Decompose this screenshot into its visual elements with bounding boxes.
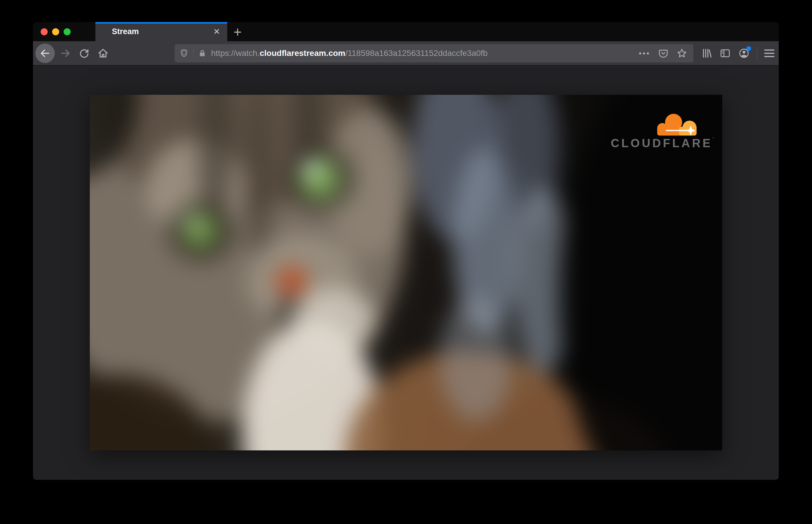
menu-button[interactable] — [764, 49, 774, 57]
sidebar-icon[interactable] — [719, 47, 731, 59]
window-controls — [40, 22, 71, 41]
tab-title: Stream — [112, 27, 139, 36]
menu-icon — [764, 49, 774, 51]
shield-icon[interactable] — [179, 49, 189, 58]
toolbar-separator — [757, 48, 757, 59]
tab-stream[interactable]: Stream ✕ — [95, 22, 227, 41]
back-button[interactable] — [35, 44, 55, 63]
page-viewport: CLOUDFLARE’ — [33, 65, 779, 479]
browser-window: Stream ✕ + — [33, 22, 779, 480]
bookmark-star-icon[interactable] — [676, 48, 687, 59]
window-close-button[interactable] — [40, 28, 48, 35]
tab-bar: Stream ✕ + — [33, 22, 779, 41]
forward-icon — [60, 48, 71, 59]
toolbar-right — [693, 47, 774, 60]
url-path: /118598a163a125631152ddaccfe3a0fb — [345, 49, 488, 58]
url-bar[interactable]: https://watch.cloudflarestream.com/11859… — [175, 44, 693, 62]
video-player[interactable]: CLOUDFLARE’ — [90, 95, 722, 451]
page-actions-icon[interactable]: ••• — [639, 49, 650, 57]
active-tab-indicator — [95, 22, 227, 23]
lock-icon[interactable] — [198, 49, 207, 58]
pocket-icon[interactable] — [658, 48, 669, 59]
url-scheme-subdomain: https://watch. — [211, 49, 260, 58]
trademark-mark: ’ — [713, 136, 714, 142]
window-minimize-button[interactable] — [52, 28, 59, 35]
window-zoom-button[interactable] — [64, 28, 71, 35]
cloudflare-logo: CLOUDFLARE’ — [611, 112, 703, 150]
home-button[interactable] — [95, 44, 111, 63]
home-icon — [97, 47, 109, 59]
reload-icon — [79, 48, 90, 59]
account-button[interactable] — [737, 47, 750, 60]
tab-close-icon[interactable]: ✕ — [211, 26, 223, 38]
reload-button[interactable] — [76, 44, 93, 63]
new-tab-button[interactable]: + — [230, 24, 246, 40]
url-display[interactable]: https://watch.cloudflarestream.com/11859… — [211, 49, 639, 58]
cat-nose — [276, 267, 307, 296]
back-icon — [39, 48, 51, 59]
account-notification-dot — [746, 46, 751, 51]
url-domain: cloudflarestream.com — [260, 49, 345, 58]
urlbar-actions: ••• — [639, 48, 687, 59]
navigation-toolbar: https://watch.cloudflarestream.com/11859… — [33, 41, 779, 65]
cloudflare-cloud-icon — [654, 112, 701, 136]
forward-button[interactable] — [57, 44, 74, 63]
cloudflare-wordmark: CLOUDFLARE’ — [611, 136, 703, 150]
library-icon[interactable] — [701, 47, 713, 59]
